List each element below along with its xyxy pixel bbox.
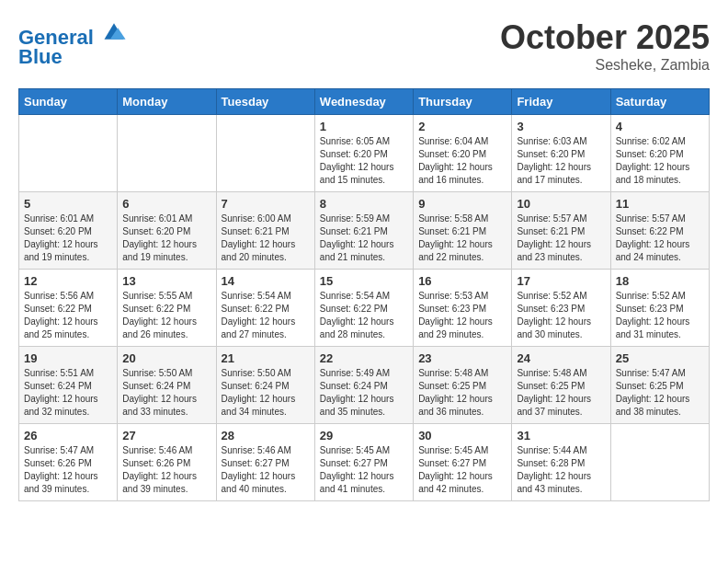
calendar-cell: 16Sunrise: 5:53 AM Sunset: 6:23 PM Dayli…	[414, 270, 512, 347]
calendar-cell	[610, 424, 709, 501]
day-info: Sunrise: 5:50 AM Sunset: 6:24 PM Dayligh…	[122, 367, 210, 419]
day-number: 19	[24, 351, 112, 365]
calendar-cell: 17Sunrise: 5:52 AM Sunset: 6:23 PM Dayli…	[512, 270, 610, 347]
day-info: Sunrise: 6:02 AM Sunset: 6:20 PM Dayligh…	[616, 135, 704, 187]
day-info: Sunrise: 5:48 AM Sunset: 6:25 PM Dayligh…	[517, 367, 605, 419]
day-info: Sunrise: 5:51 AM Sunset: 6:24 PM Dayligh…	[24, 367, 112, 419]
day-number: 13	[122, 274, 210, 288]
calendar-cell: 13Sunrise: 5:55 AM Sunset: 6:22 PM Dayli…	[118, 270, 216, 347]
calendar-cell: 11Sunrise: 5:57 AM Sunset: 6:22 PM Dayli…	[610, 192, 709, 270]
logo: General Blue	[18, 18, 127, 69]
day-info: Sunrise: 5:59 AM Sunset: 6:21 PM Dayligh…	[320, 213, 408, 264]
day-info: Sunrise: 6:04 AM Sunset: 6:20 PM Dayligh…	[418, 135, 506, 187]
day-info: Sunrise: 5:54 AM Sunset: 6:22 PM Dayligh…	[320, 290, 408, 341]
day-number: 1	[320, 120, 408, 133]
page-header: General Blue October 2025 Sesheke, Zambi…	[18, 18, 710, 74]
calendar-cell: 30Sunrise: 5:45 AM Sunset: 6:27 PM Dayli…	[414, 424, 512, 501]
day-number: 23	[418, 351, 506, 365]
day-number: 12	[24, 274, 112, 288]
calendar-cell: 2Sunrise: 6:04 AM Sunset: 6:20 PM Daylig…	[414, 115, 512, 192]
calendar-week-row: 1Sunrise: 6:05 AM Sunset: 6:20 PM Daylig…	[19, 115, 710, 192]
day-number: 31	[517, 429, 605, 442]
day-info: Sunrise: 5:45 AM Sunset: 6:27 PM Dayligh…	[320, 444, 408, 496]
day-info: Sunrise: 6:01 AM Sunset: 6:20 PM Dayligh…	[122, 213, 210, 264]
day-number: 27	[122, 429, 210, 442]
weekday-header: Monday	[118, 89, 216, 115]
day-info: Sunrise: 6:05 AM Sunset: 6:20 PM Dayligh…	[320, 135, 408, 187]
calendar-cell: 4Sunrise: 6:02 AM Sunset: 6:20 PM Daylig…	[610, 115, 709, 192]
day-info: Sunrise: 5:47 AM Sunset: 6:26 PM Dayligh…	[24, 444, 112, 496]
day-number: 28	[222, 429, 310, 442]
calendar-week-row: 19Sunrise: 5:51 AM Sunset: 6:24 PM Dayli…	[19, 347, 710, 424]
calendar-cell	[19, 115, 118, 192]
day-info: Sunrise: 5:58 AM Sunset: 6:21 PM Dayligh…	[418, 213, 506, 264]
day-info: Sunrise: 5:52 AM Sunset: 6:23 PM Dayligh…	[517, 290, 605, 341]
day-info: Sunrise: 5:45 AM Sunset: 6:27 PM Dayligh…	[418, 444, 506, 496]
day-info: Sunrise: 5:49 AM Sunset: 6:24 PM Dayligh…	[320, 367, 408, 419]
calendar-cell: 26Sunrise: 5:47 AM Sunset: 6:26 PM Dayli…	[19, 424, 118, 501]
logo-icon	[101, 18, 127, 44]
weekday-header: Tuesday	[216, 89, 314, 115]
day-number: 30	[418, 429, 506, 442]
day-info: Sunrise: 5:50 AM Sunset: 6:24 PM Dayligh…	[222, 367, 310, 419]
day-info: Sunrise: 5:56 AM Sunset: 6:22 PM Dayligh…	[24, 290, 112, 341]
day-info: Sunrise: 6:01 AM Sunset: 6:20 PM Dayligh…	[24, 213, 112, 264]
day-info: Sunrise: 5:57 AM Sunset: 6:21 PM Dayligh…	[517, 213, 605, 264]
calendar-cell: 15Sunrise: 5:54 AM Sunset: 6:22 PM Dayli…	[314, 270, 413, 347]
day-number: 18	[616, 274, 704, 288]
calendar-cell: 27Sunrise: 5:46 AM Sunset: 6:26 PM Dayli…	[118, 424, 216, 501]
calendar-cell: 9Sunrise: 5:58 AM Sunset: 6:21 PM Daylig…	[414, 192, 512, 270]
day-number: 2	[418, 120, 506, 133]
day-info: Sunrise: 6:03 AM Sunset: 6:20 PM Dayligh…	[517, 135, 605, 187]
calendar-week-row: 5Sunrise: 6:01 AM Sunset: 6:20 PM Daylig…	[19, 192, 710, 270]
day-info: Sunrise: 5:55 AM Sunset: 6:22 PM Dayligh…	[122, 290, 210, 341]
calendar-week-row: 12Sunrise: 5:56 AM Sunset: 6:22 PM Dayli…	[19, 270, 710, 347]
day-number: 14	[222, 274, 310, 288]
calendar-cell: 5Sunrise: 6:01 AM Sunset: 6:20 PM Daylig…	[19, 192, 118, 270]
calendar-cell	[118, 115, 216, 192]
day-number: 8	[320, 197, 408, 211]
day-number: 17	[517, 274, 605, 288]
calendar-week-row: 26Sunrise: 5:47 AM Sunset: 6:26 PM Dayli…	[19, 424, 710, 501]
day-number: 10	[517, 197, 605, 211]
day-number: 24	[517, 351, 605, 365]
day-number: 11	[616, 197, 704, 211]
calendar-table: SundayMondayTuesdayWednesdayThursdayFrid…	[18, 88, 710, 501]
calendar-cell: 21Sunrise: 5:50 AM Sunset: 6:24 PM Dayli…	[216, 347, 314, 424]
calendar-cell: 24Sunrise: 5:48 AM Sunset: 6:25 PM Dayli…	[512, 347, 610, 424]
weekday-header: Friday	[512, 89, 610, 115]
day-info: Sunrise: 5:53 AM Sunset: 6:23 PM Dayligh…	[418, 290, 506, 341]
calendar-cell: 14Sunrise: 5:54 AM Sunset: 6:22 PM Dayli…	[216, 270, 314, 347]
day-number: 21	[222, 351, 310, 365]
day-info: Sunrise: 5:57 AM Sunset: 6:22 PM Dayligh…	[616, 213, 704, 264]
day-info: Sunrise: 6:00 AM Sunset: 6:21 PM Dayligh…	[222, 213, 310, 264]
calendar-cell: 7Sunrise: 6:00 AM Sunset: 6:21 PM Daylig…	[216, 192, 314, 270]
day-number: 25	[616, 351, 704, 365]
calendar-cell: 3Sunrise: 6:03 AM Sunset: 6:20 PM Daylig…	[512, 115, 610, 192]
calendar-cell: 25Sunrise: 5:47 AM Sunset: 6:25 PM Dayli…	[610, 347, 709, 424]
day-number: 7	[222, 197, 310, 211]
day-info: Sunrise: 5:48 AM Sunset: 6:25 PM Dayligh…	[418, 367, 506, 419]
day-info: Sunrise: 5:52 AM Sunset: 6:23 PM Dayligh…	[616, 290, 704, 341]
day-number: 5	[24, 197, 112, 211]
day-number: 29	[320, 429, 408, 442]
day-info: Sunrise: 5:54 AM Sunset: 6:22 PM Dayligh…	[222, 290, 310, 341]
calendar-cell: 6Sunrise: 6:01 AM Sunset: 6:20 PM Daylig…	[118, 192, 216, 270]
calendar-cell: 23Sunrise: 5:48 AM Sunset: 6:25 PM Dayli…	[414, 347, 512, 424]
day-info: Sunrise: 5:46 AM Sunset: 6:26 PM Dayligh…	[122, 444, 210, 496]
calendar-cell: 19Sunrise: 5:51 AM Sunset: 6:24 PM Dayli…	[19, 347, 118, 424]
calendar-cell	[216, 115, 314, 192]
month-title: October 2025	[500, 18, 710, 57]
day-info: Sunrise: 5:46 AM Sunset: 6:27 PM Dayligh…	[222, 444, 310, 496]
weekday-header: Sunday	[19, 89, 118, 115]
calendar-cell: 10Sunrise: 5:57 AM Sunset: 6:21 PM Dayli…	[512, 192, 610, 270]
day-number: 26	[24, 429, 112, 442]
day-number: 20	[122, 351, 210, 365]
calendar-cell: 22Sunrise: 5:49 AM Sunset: 6:24 PM Dayli…	[314, 347, 413, 424]
calendar-cell: 31Sunrise: 5:44 AM Sunset: 6:28 PM Dayli…	[512, 424, 610, 501]
weekday-header: Saturday	[610, 89, 709, 115]
day-info: Sunrise: 5:47 AM Sunset: 6:25 PM Dayligh…	[616, 367, 704, 419]
calendar-cell: 18Sunrise: 5:52 AM Sunset: 6:23 PM Dayli…	[610, 270, 709, 347]
day-number: 4	[616, 120, 704, 133]
day-number: 15	[320, 274, 408, 288]
